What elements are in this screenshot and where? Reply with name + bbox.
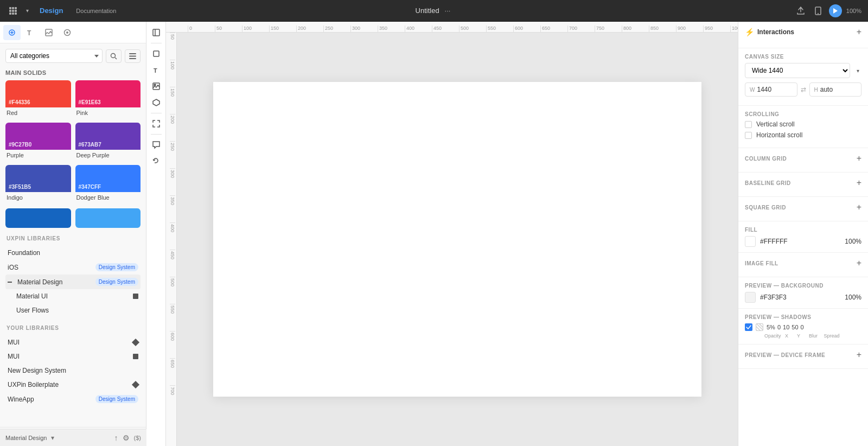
vertical-scroll-option: Vertical scroll [745, 120, 861, 128]
color-name-red: Red [5, 107, 71, 118]
vertical-scroll-checkbox[interactable] [745, 121, 752, 128]
zoom-fit-button[interactable] [149, 116, 164, 131]
chevron-down-icon[interactable]: ▾ [24, 5, 31, 16]
assets-tab[interactable] [3, 25, 21, 40]
documentation-tab-button[interactable]: Documentation [72, 5, 120, 16]
export-button[interactable] [794, 4, 807, 17]
horizontal-scroll-checkbox[interactable] [745, 132, 752, 139]
shadow-enabled-checkbox[interactable] [745, 323, 752, 331]
square-icon [133, 294, 138, 299]
component-tab[interactable] [59, 25, 76, 40]
canvas-content[interactable] [177, 33, 738, 446]
ruler-mark-v: 50 [170, 33, 175, 60]
ruler-mark-v: 400 [170, 222, 175, 250]
ruler-mark: 650 [540, 26, 567, 32]
library-item-material-ui[interactable]: Material UI [5, 289, 141, 303]
library-item-material-design[interactable]: Material Design Design System [5, 275, 141, 289]
add-device-frame-button[interactable]: + [857, 350, 861, 360]
canvas-size-dropdown[interactable]: ▾ [854, 66, 861, 76]
color-swatch-indigo[interactable]: #3F51B5 Indigo [5, 165, 71, 203]
library-item-mui1[interactable]: MUI [5, 335, 141, 349]
library-item-wineapp[interactable]: WineApp Design System [5, 392, 141, 406]
x-label: X [782, 333, 792, 339]
color-swatch-blue1[interactable] [5, 208, 71, 228]
comment-tool[interactable] [149, 137, 164, 152]
design-tab-button[interactable]: Design [35, 4, 67, 17]
preview-device-frame-label: PREVIEW — DEVICE FRAME [745, 352, 825, 358]
library-item-uxpin-boilerplate[interactable]: UXPin Boilerplate [5, 378, 141, 392]
color-swatch-deep-purple[interactable]: #673AB7 Deep Purple [75, 123, 141, 161]
upload-icon[interactable]: ↑ [114, 434, 118, 442]
settings-icon[interactable]: ⚙ [123, 434, 130, 442]
preview-bg-row: #F3F3F3 100% [745, 292, 861, 303]
add-square-grid-button[interactable]: + [857, 202, 861, 212]
preview-bg-swatch[interactable] [745, 292, 756, 303]
color-name-purple: Purple [5, 150, 71, 161]
fill-hex-value: #FFFFFF [760, 238, 838, 245]
library-item-ios[interactable]: iOS Design System [5, 260, 141, 275]
color-swatch-pink[interactable]: #E91E63 Pink [75, 80, 141, 118]
category-select[interactable]: All categories [5, 49, 103, 63]
component-tool[interactable] [149, 95, 164, 110]
svg-point-29 [154, 84, 156, 86]
width-input-wrap[interactable]: W 1440 [745, 82, 797, 97]
text-tool[interactable]: T [149, 62, 164, 78]
svg-text:T: T [154, 67, 157, 74]
y-label: Y [794, 333, 803, 339]
add-column-grid-button[interactable]: + [857, 154, 861, 163]
shadow-pattern-checkbox[interactable] [756, 323, 763, 331]
search-button[interactable] [106, 49, 122, 63]
undo-tool[interactable] [149, 154, 164, 169]
add-interaction-button[interactable]: + [857, 27, 861, 37]
svg-rect-19 [129, 55, 136, 56]
canvas-size-row: Wide 1440 ▾ [745, 63, 861, 78]
svg-point-15 [66, 31, 68, 34]
square-grid-row: SQUARE GRID + [745, 202, 861, 212]
add-baseline-grid-button[interactable]: + [857, 178, 861, 188]
svg-rect-26 [154, 51, 159, 56]
color-swatch-blue2[interactable] [75, 208, 141, 228]
grid-menu-button[interactable] [7, 4, 20, 17]
ruler-mark-v: 550 [170, 304, 175, 331]
height-input-wrap[interactable]: H auto [809, 82, 862, 97]
height-value: auto [820, 86, 833, 93]
library-item-user-flows[interactable]: User Flows [5, 303, 141, 317]
horizontal-scroll-option: Horizontal scroll [745, 131, 861, 139]
library-item-mui2[interactable]: MUI [5, 349, 141, 364]
expand-panel-button[interactable] [149, 25, 164, 40]
device-preview-button[interactable] [812, 4, 825, 17]
add-image-fill-button[interactable]: + [857, 258, 861, 268]
fill-color-swatch[interactable] [745, 236, 756, 247]
library-item-foundation[interactable]: Foundation [5, 246, 141, 260]
text-tab[interactable]: T [22, 25, 39, 40]
image-tool[interactable] [149, 79, 164, 94]
library-name-foundation: Foundation [8, 249, 40, 257]
ruler-mark: 300 [350, 26, 378, 32]
link-icon: ⇄ [801, 86, 806, 93]
library-item-new-design-system[interactable]: New Design System [5, 364, 141, 378]
color-swatch-dodger-blue[interactable]: #347CFF Dodger Blue [75, 165, 141, 203]
svg-rect-6 [9, 12, 11, 15]
ruler-mark: 900 [676, 26, 703, 32]
canvas-size-select[interactable]: Wide 1440 [745, 63, 850, 78]
chevron-down-icon[interactable]: ▾ [51, 434, 54, 442]
play-button[interactable] [829, 4, 842, 17]
svg-rect-1 [12, 7, 14, 9]
library-name-material-design: Material Design [17, 278, 62, 286]
topbar-left: ▾ Design Documentation [7, 4, 120, 17]
svg-rect-8 [15, 12, 17, 15]
color-name-indigo: Indigo [5, 192, 71, 203]
interactions-title: ⚡ Interactions [745, 28, 794, 36]
image-tab[interactable] [40, 25, 58, 40]
ruler-mark: 200 [296, 26, 323, 32]
ruler-vertical: 50 100 150 200 250 300 350 400 450 500 5… [166, 33, 177, 446]
color-swatch-red[interactable]: #F44336 Red [5, 80, 71, 118]
uxpin-libraries-header: UXPIN LIBRARIES [5, 235, 141, 241]
color-swatch-purple[interactable]: #9C27B0 Purple [5, 123, 71, 161]
more-options-button[interactable]: ··· [443, 4, 453, 17]
preview-shadows-section: PREVIEW — SHADOWS 5% 0 10 [738, 309, 868, 345]
rectangle-tool[interactable] [149, 46, 164, 61]
library-name-new-design-system: New Design System [8, 367, 66, 374]
vertical-toolbar: T [146, 22, 166, 446]
list-view-button[interactable] [125, 49, 141, 63]
